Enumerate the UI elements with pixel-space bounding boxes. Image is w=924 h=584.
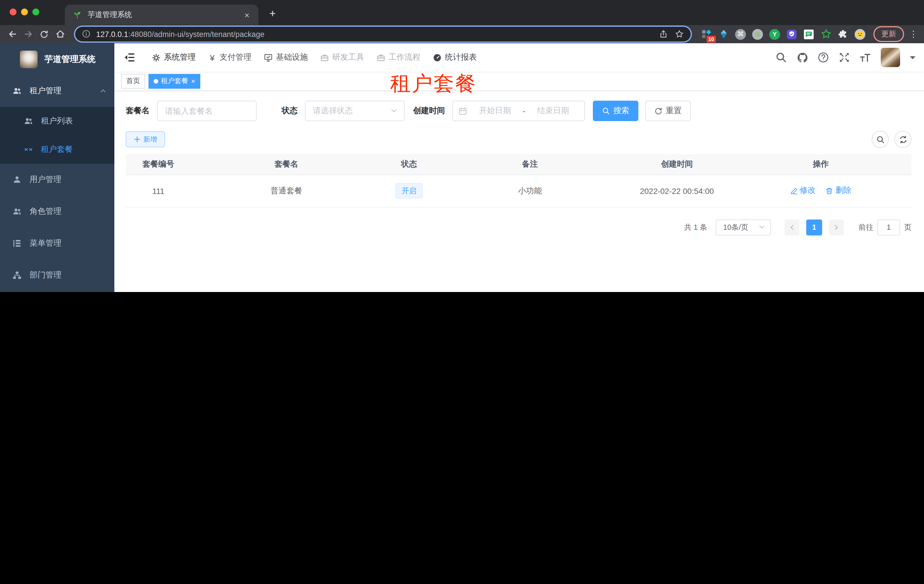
browser-menu-icon[interactable]: ⋮ (909, 29, 917, 39)
maximize-window-button[interactable] (33, 8, 39, 15)
extensions-puzzle-icon[interactable] (837, 28, 849, 40)
chat-extension-icon[interactable] (803, 28, 815, 40)
site-info-icon[interactable] (82, 30, 91, 39)
sidebar-item-label: 租户列表 (41, 116, 73, 126)
topnav-system-management[interactable]: 系统管理 (152, 52, 196, 63)
refresh-table-button[interactable] (894, 131, 911, 148)
sidebar-item-tenant-management[interactable]: 租户管理 (0, 75, 114, 107)
goto-label: 前往 (858, 222, 873, 232)
topnav-workflow[interactable]: 工作流程 (377, 52, 421, 63)
plus-icon (134, 136, 140, 143)
sidebar-fold-icon[interactable] (124, 52, 135, 63)
cell-remark: 小功能 (436, 174, 624, 207)
table-header-row: 套餐编号 套餐名 状态 备注 创建时间 操作 (126, 154, 911, 174)
minimize-window-button[interactable] (21, 8, 28, 15)
sidebar-item-post-management[interactable]: 岗位管理 (0, 291, 114, 292)
current-page-button[interactable]: 1 (806, 219, 822, 235)
vue-devtools-icon[interactable] (718, 28, 729, 40)
prev-page-button[interactable] (785, 219, 799, 235)
edit-label: 修改 (800, 186, 816, 196)
admin-app: 芋道管理系统 租户管理 租户列表 (0, 43, 924, 292)
date-range-picker[interactable]: 开始日期 - 结束日期 (452, 100, 585, 121)
recorder-extension-icon[interactable] (752, 28, 764, 40)
url-text[interactable]: 127.0.0.1:48080/admin-ui/system/tenant/p… (96, 30, 654, 38)
help-icon[interactable] (818, 52, 829, 63)
browser-toolbar: 127.0.0.1:48080/admin-ui/system/tenant/p… (0, 25, 924, 43)
topnav-statistics[interactable]: 统计报表 (433, 52, 477, 63)
new-tab-button[interactable]: + (265, 6, 280, 21)
home-icon[interactable] (54, 29, 66, 39)
refresh-icon (654, 107, 662, 115)
browser-tab[interactable]: 芋道管理系统 × (65, 5, 258, 25)
topnav-dev-tools[interactable]: 研发工具 (320, 52, 364, 63)
sidebar-item-tenant-list[interactable]: 租户列表 (0, 107, 114, 135)
create-time-label: 创建时间 (413, 106, 445, 116)
status-enabled-tag[interactable]: 开启 (396, 183, 423, 199)
tag-label: 首页 (126, 76, 140, 86)
sidebar-item-label: 租户管理 (30, 86, 61, 96)
col-remark: 备注 (436, 154, 624, 174)
search-icon (602, 107, 610, 115)
page-content: 套餐名 状态 请选择状态 创建时间 开始日期 (114, 91, 924, 292)
octotree-star-icon[interactable] (820, 28, 832, 40)
search-icon (876, 135, 884, 143)
monitor-check-icon (264, 53, 272, 62)
delete-link[interactable]: 删除 (826, 186, 851, 196)
command-extension-icon[interactable]: ⌘ (734, 28, 746, 40)
back-icon[interactable] (7, 29, 18, 39)
avatar-caret-icon[interactable] (910, 56, 916, 62)
extension-grid-icon[interactable]: 10 (700, 28, 712, 40)
cell-actions: 修改 删除 (730, 174, 911, 207)
github-icon[interactable] (797, 52, 808, 63)
sidebar-item-tenant-package[interactable]: 租户套餐 (0, 135, 114, 164)
reset-button[interactable]: 重置 (645, 100, 691, 121)
header-search-icon[interactable] (776, 52, 787, 63)
reload-icon[interactable] (39, 29, 50, 39)
share-icon[interactable] (659, 30, 668, 39)
end-date-placeholder[interactable]: 结束日期 (528, 106, 579, 116)
goto-page-input[interactable] (877, 219, 900, 235)
status-select[interactable]: 请选择状态 (305, 100, 404, 121)
page-size-value: 10条/页 (723, 222, 748, 232)
omnibox-actions (659, 30, 684, 39)
sidebar-item-user-management[interactable]: 用户管理 (0, 164, 114, 196)
y-extension-icon[interactable]: Y (769, 28, 780, 40)
user-avatar[interactable] (881, 48, 900, 67)
header-actions (776, 48, 916, 67)
bookmark-star-icon[interactable] (675, 30, 684, 39)
next-page-button[interactable] (829, 219, 844, 235)
gauge-icon (433, 53, 442, 62)
topnav-infrastructure[interactable]: 基础设施 (264, 52, 308, 63)
forward-icon[interactable] (23, 29, 33, 39)
sidebar-logo[interactable]: 芋道管理系统 (0, 43, 114, 75)
tag-home[interactable]: 首页 (121, 74, 145, 89)
tab-close-icon[interactable]: × (243, 10, 251, 20)
topnav-payment-management[interactable]: ¥ 支付管理 (208, 52, 251, 63)
closed-eyes-icon (24, 145, 33, 154)
traffic-lights (10, 8, 39, 15)
topnav-label: 研发工具 (332, 52, 364, 63)
address-bar[interactable]: 127.0.0.1:48080/admin-ui/system/tenant/p… (75, 27, 691, 41)
start-date-placeholder[interactable]: 开始日期 (469, 106, 520, 116)
edit-link[interactable]: 修改 (790, 186, 816, 196)
tag-close-icon[interactable]: × (191, 77, 195, 84)
show-search-toggle-button[interactable] (872, 131, 889, 148)
font-size-icon[interactable] (860, 52, 871, 63)
tag-tenant-package[interactable]: 租户套餐 × (148, 74, 200, 89)
add-label: 新增 (144, 135, 157, 144)
package-name-input[interactable] (157, 100, 257, 121)
table-toolbar: 新增 (126, 131, 911, 148)
page-size-select[interactable]: 10条/页 (716, 219, 771, 235)
close-window-button[interactable] (10, 8, 16, 15)
emoji-extension-icon[interactable] (854, 28, 866, 40)
sidebar-item-role-management[interactable]: 角色管理 (0, 196, 114, 227)
peoples-icon (13, 207, 21, 216)
fullscreen-icon[interactable] (839, 52, 850, 63)
sidebar-item-menu-management[interactable]: 菜单管理 (0, 227, 114, 259)
add-button[interactable]: 新增 (126, 132, 165, 147)
search-button[interactable]: 搜索 (593, 100, 639, 121)
sidebar-item-department-management[interactable]: 部门管理 (0, 259, 114, 291)
chrome-update-button[interactable]: 更新 (873, 26, 904, 42)
chevron-down-icon (759, 223, 766, 231)
shield-extension-icon[interactable] (786, 28, 798, 40)
